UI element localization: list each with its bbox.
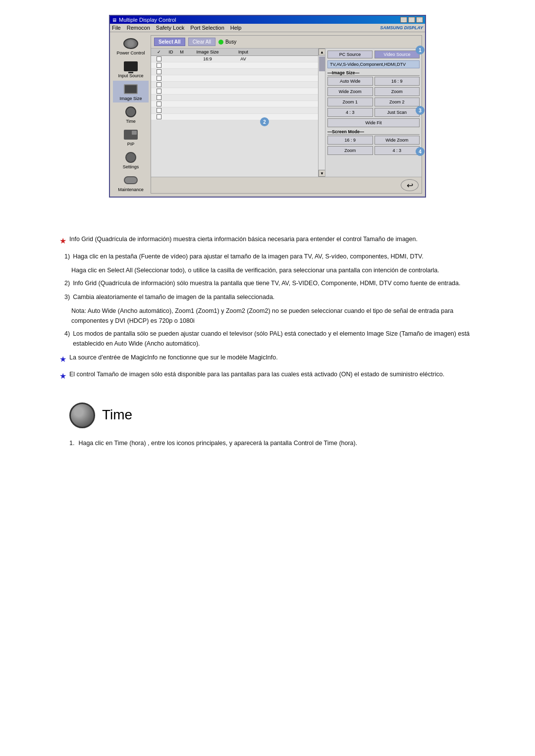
sidebar-item-maintenance[interactable]: Maintenance bbox=[113, 172, 149, 194]
btn-zoom1[interactable]: Zoom 1 bbox=[327, 98, 373, 106]
btn-zoom[interactable]: Zoom bbox=[374, 87, 420, 96]
menu-items: File Remocon Safety Lock Port Selection … bbox=[112, 25, 241, 31]
row-checkbox[interactable] bbox=[157, 108, 161, 113]
item1-text: Haga clic en la pestaña (Fuente de vídeo… bbox=[73, 252, 424, 261]
app-window: 🖥 Multiple Display Control _ □ × File Re… bbox=[109, 15, 426, 198]
btn-auto-wide[interactable]: Auto Wide bbox=[327, 77, 373, 86]
table-row bbox=[151, 62, 318, 69]
sidebar-item-image-size[interactable]: Image Size bbox=[113, 81, 149, 102]
badge-1: 1 bbox=[416, 46, 425, 54]
btn-16-9[interactable]: 16 : 9 bbox=[374, 77, 420, 86]
title-bar: 🖥 Multiple Display Control _ □ × bbox=[110, 16, 425, 24]
col-image-size: Image Size bbox=[188, 50, 227, 54]
sidebar-item-power[interactable]: Power Control bbox=[113, 35, 149, 57]
btn-zoom2[interactable]: Zoom 2 bbox=[374, 98, 420, 106]
table-row bbox=[151, 75, 318, 82]
col-check: ✓ bbox=[153, 50, 165, 54]
btn-wide-fit[interactable]: Wide Fit bbox=[327, 118, 420, 127]
menu-port-selection[interactable]: Port Selection bbox=[190, 25, 224, 31]
row-checkbox[interactable] bbox=[157, 89, 161, 94]
item1-subtext: Haga clic en Select All (Seleccionar tod… bbox=[59, 265, 476, 275]
table-row bbox=[151, 95, 318, 101]
doc-item-4: 4) Los modos de pantalla sólo se pueden … bbox=[59, 329, 476, 349]
doc-item-3: 3) Cambia aleatoriamente el tamaño de im… bbox=[59, 292, 476, 302]
table-rows: 16:9 AV bbox=[151, 56, 318, 120]
bottom-bar: ↩ bbox=[151, 177, 422, 193]
item4-text: Los modos de pantalla sólo se pueden aju… bbox=[73, 329, 476, 349]
star-icon-3: ★ bbox=[59, 370, 66, 383]
maintenance-icon bbox=[122, 173, 140, 187]
item4-label: 4) bbox=[64, 329, 70, 349]
sidebar-item-time[interactable]: Time bbox=[113, 103, 149, 125]
scrollbar-thumb[interactable] bbox=[319, 56, 325, 71]
btn-4-3[interactable]: 4 : 3 bbox=[327, 108, 373, 117]
menu-remocon[interactable]: Remocon bbox=[127, 25, 150, 31]
item3-subtext: Nota: Auto Wide (Ancho automático), Zoom… bbox=[59, 306, 476, 326]
table-header: ✓ ID M Image Size Input bbox=[151, 49, 318, 56]
row-checkbox[interactable] bbox=[157, 56, 161, 61]
image-size-icon bbox=[122, 82, 140, 96]
item3-label: 3) bbox=[64, 292, 70, 302]
time-icon bbox=[122, 105, 140, 119]
badge-3: 3 bbox=[416, 106, 425, 115]
star-icon-1: ★ bbox=[59, 235, 66, 248]
row-checkbox[interactable] bbox=[157, 95, 161, 100]
tab-pc-source[interactable]: PC Source bbox=[327, 50, 373, 58]
scroll-up-button[interactable]: ▲ bbox=[319, 49, 325, 55]
table-row: 16:9 AV bbox=[151, 56, 318, 62]
btn-sm-wide-zoom[interactable]: Wide Zoom bbox=[374, 136, 420, 145]
sidebar-item-settings[interactable]: Settings bbox=[113, 149, 149, 171]
tab-video-source[interactable]: Video Source bbox=[374, 50, 420, 58]
time-note-label: 1. bbox=[69, 438, 74, 448]
row-checkbox[interactable] bbox=[157, 101, 161, 106]
settings-icon bbox=[122, 151, 140, 164]
btn-sm-4-3[interactable]: 4 : 3 bbox=[374, 146, 420, 155]
maximize-button[interactable]: □ bbox=[408, 17, 415, 23]
btn-sm-16-9[interactable]: 16 : 9 bbox=[327, 136, 373, 145]
sidebar-label-input: Input Source bbox=[118, 73, 143, 78]
sidebar-label-image-size: Image Size bbox=[119, 96, 142, 101]
menu-file[interactable]: File bbox=[112, 25, 121, 31]
scrollbar[interactable]: ▲ ▼ bbox=[318, 49, 325, 177]
menu-safety-lock[interactable]: Safety Lock bbox=[156, 25, 184, 31]
row-checkbox[interactable] bbox=[157, 63, 161, 68]
badge-4: 4 bbox=[416, 147, 425, 156]
apply-button[interactable]: ↩ bbox=[401, 179, 419, 191]
main-panel: Select All Clear All Busy ✓ ID M bbox=[151, 35, 422, 194]
select-all-button[interactable]: Select All bbox=[154, 38, 185, 46]
col-m: M bbox=[177, 50, 187, 54]
input-icon bbox=[122, 59, 140, 73]
samsung-logo: SAMSUNG DISPLAY bbox=[380, 25, 423, 30]
btn-sm-zoom[interactable]: Zoom bbox=[327, 146, 373, 155]
table-row bbox=[151, 107, 318, 114]
item1-label: 1) bbox=[64, 252, 70, 261]
note-star-1: ★ Info Grid (Quadrícula de información) … bbox=[59, 234, 476, 248]
row-checkbox[interactable] bbox=[157, 82, 161, 87]
btn-wide-zoom[interactable]: Wide Zoom bbox=[327, 87, 373, 96]
image-size-buttons: Auto Wide 16 : 9 Wide Zoom Zoom Zoom 1 Z… bbox=[327, 77, 420, 127]
table-row bbox=[151, 114, 318, 120]
source-info: TV,AV,S-Video,Component,HDMI,DTV bbox=[327, 60, 420, 68]
row-checkbox[interactable] bbox=[157, 114, 161, 119]
minimize-button[interactable]: _ bbox=[400, 17, 407, 23]
sidebar-label-pip: PIP bbox=[127, 142, 135, 147]
busy-dot bbox=[218, 40, 223, 45]
close-button[interactable]: × bbox=[416, 17, 423, 23]
sidebar-item-input[interactable]: Input Source bbox=[113, 58, 149, 80]
scroll-down-button[interactable]: ▼ bbox=[319, 170, 325, 177]
toolbar: Select All Clear All Busy bbox=[151, 36, 422, 49]
btn-just-scan[interactable]: Just Scan bbox=[374, 108, 420, 117]
row-checkbox[interactable] bbox=[157, 76, 161, 81]
menu-bar: File Remocon Safety Lock Port Selection … bbox=[110, 24, 425, 32]
sidebar-item-pip[interactable]: PIP bbox=[113, 126, 149, 148]
clear-all-button[interactable]: Clear All bbox=[188, 38, 215, 46]
menu-help[interactable]: Help bbox=[230, 25, 242, 31]
time-note: 1. Haga clic en Time (hora) , entre los … bbox=[59, 438, 476, 448]
row-checkbox[interactable] bbox=[157, 69, 161, 74]
note-star-3: ★ El control Tamaño de imagen sólo está … bbox=[59, 369, 476, 383]
col-input: Input bbox=[228, 50, 258, 54]
scrollbar-track[interactable] bbox=[319, 55, 325, 170]
note-star-2: ★ La source d'entrée de MagicInfo ne fon… bbox=[59, 353, 476, 366]
app-content: Power Control Input Source Image Size bbox=[110, 32, 425, 197]
sidebar-label-time: Time bbox=[126, 119, 136, 124]
